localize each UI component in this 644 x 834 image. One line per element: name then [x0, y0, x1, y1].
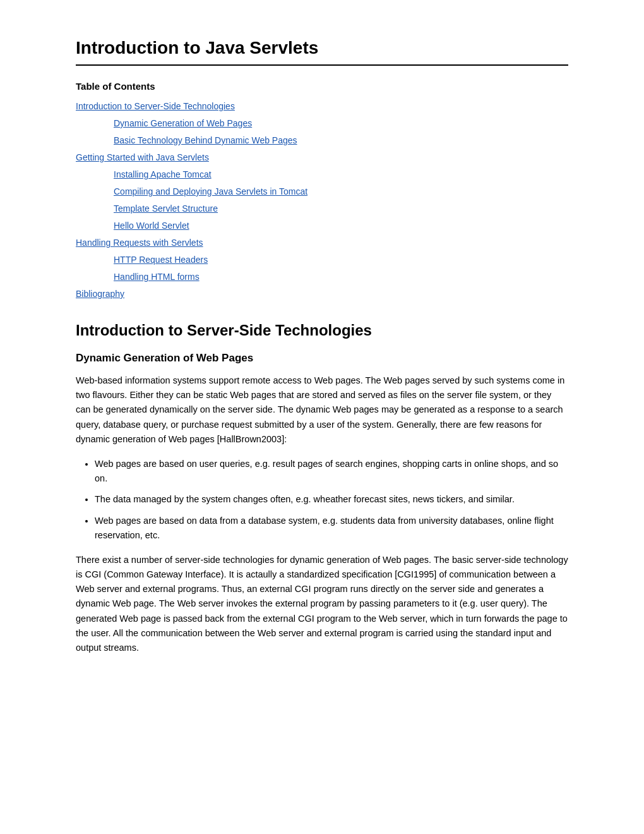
- toc-list: Introduction to Server-Side Technologies…: [76, 98, 568, 303]
- bullet-text-2: The data managed by the system changes o…: [95, 494, 515, 504]
- subsection1-title: Dynamic Generation of Web Pages: [76, 352, 568, 365]
- list-item: Handling HTML forms: [114, 269, 568, 286]
- toc-link-getting-started[interactable]: Getting Started with Java Servlets: [76, 152, 209, 162]
- list-item: Web pages are based on user queries, e.g…: [95, 457, 568, 486]
- bullet-text-3: Web pages are based on data from a datab…: [95, 516, 554, 540]
- paragraph2: There exist a number of server-side tech…: [76, 553, 568, 655]
- list-item: Hello World Servlet: [114, 217, 568, 234]
- bullet-text-1: Web pages are based on user queries, e.g…: [95, 459, 558, 483]
- paragraph1: Web-based information systems support re…: [76, 373, 568, 447]
- title-divider: [76, 64, 568, 66]
- toc-link-intro-server[interactable]: Introduction to Server-Side Technologies: [76, 101, 235, 111]
- bullet-list: Web pages are based on user queries, e.g…: [95, 457, 568, 543]
- toc-link-html-forms[interactable]: Handling HTML forms: [114, 272, 200, 282]
- table-of-contents: Table of Contents Introduction to Server…: [76, 81, 568, 303]
- toc-link-dynamic-gen[interactable]: Dynamic Generation of Web Pages: [114, 118, 252, 128]
- list-item: Dynamic Generation of Web Pages: [114, 115, 568, 132]
- section1-title: Introduction to Server-Side Technologies: [76, 322, 568, 339]
- list-item: Installing Apache Tomcat: [114, 166, 568, 183]
- list-item: Getting Started with Java Servlets: [76, 149, 568, 166]
- list-item: HTTP Request Headers: [114, 251, 568, 269]
- toc-link-basic-tech[interactable]: Basic Technology Behind Dynamic Web Page…: [114, 135, 297, 145]
- toc-link-http-headers[interactable]: HTTP Request Headers: [114, 255, 208, 265]
- toc-label: Table of Contents: [76, 81, 568, 92]
- toc-link-installing-tomcat[interactable]: Installing Apache Tomcat: [114, 169, 212, 179]
- toc-link-bibliography[interactable]: Bibliography: [76, 289, 124, 299]
- list-item: The data managed by the system changes o…: [95, 492, 568, 507]
- toc-link-hello-world[interactable]: Hello World Servlet: [114, 221, 189, 231]
- page-title: Introduction to Java Servlets: [76, 38, 568, 58]
- list-item: Introduction to Server-Side Technologies: [76, 98, 568, 115]
- toc-link-handling[interactable]: Handling Requests with Servlets: [76, 238, 203, 248]
- list-item: Bibliography: [76, 286, 568, 303]
- list-item: Web pages are based on data from a datab…: [95, 514, 568, 543]
- list-item: Handling Requests with Servlets: [76, 234, 568, 251]
- toc-link-template[interactable]: Template Servlet Structure: [114, 203, 218, 214]
- list-item: Template Servlet Structure: [114, 200, 568, 217]
- list-item: Compiling and Deploying Java Servlets in…: [114, 183, 568, 200]
- toc-link-compiling[interactable]: Compiling and Deploying Java Servlets in…: [114, 186, 307, 196]
- list-item: Basic Technology Behind Dynamic Web Page…: [114, 132, 568, 149]
